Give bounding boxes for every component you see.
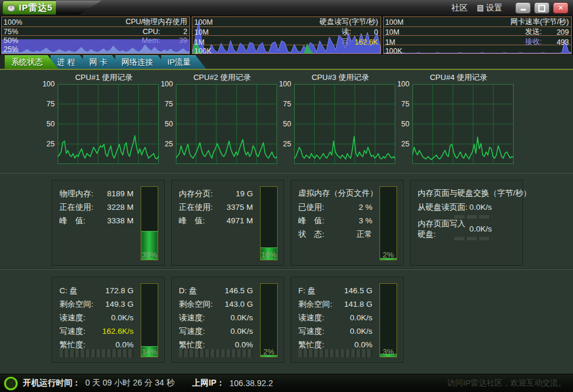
tab-system-status[interactable]: 系统状态 [5, 55, 58, 69]
usage-gauge: 39% [141, 186, 158, 260]
cpu-usage-chart [58, 84, 159, 164]
graph-stat: Mem:39 [142, 36, 187, 45]
graph-stat: 发送:209 [525, 27, 569, 37]
graph-panel-cpu-memory-usage: 100%CPU/物理内存使用75%CPU:250%Mem:3925% [1, 16, 190, 54]
row-label: 内存分页: [179, 189, 213, 199]
y-axis-tick: 25 [401, 140, 409, 148]
y-axis-tick: 50 [165, 120, 173, 128]
panel-disk-f: F: 盘146.5 G剩余空间:141.8 G读速度:0.0K/s写速度:0.0… [291, 277, 404, 363]
info-row: 状 态:正常 [298, 227, 372, 241]
y-axis-tick: 25 [165, 140, 173, 148]
info-row: 内存分页:19 G [179, 187, 253, 200]
y-axis-tick: 75 [283, 100, 291, 108]
gauge-percent-label: 16% [261, 250, 277, 259]
panel-page-swap: 内存页面与硬盘交换（字节/秒）从硬盘读页面:0.0K/s内存页面写入硬盘:0.0… [410, 180, 523, 266]
stat-label: 发送: [525, 27, 542, 37]
row-label: 已使用: [298, 202, 324, 213]
tab-ip-traffic[interactable]: IP流量 [161, 55, 206, 69]
gauge-percent-label: 39% [141, 250, 158, 259]
info-row: D: 盘146.5 G [179, 284, 253, 297]
scale-label: 50% [4, 36, 18, 45]
row-value: 8189 M [94, 189, 134, 198]
graph-panel-disk-io: 100M硬盘读写(字节/秒)10M读:01M写:162.6K100K [192, 16, 381, 54]
chart-title: CPU#3 使用记录 [278, 72, 397, 84]
disk-panels-row: C: 盘172.8 G剩余空间:149.3 G读速度:0.0K/s写速度:162… [52, 277, 404, 363]
row-value: 2 % [324, 203, 372, 212]
info-row: C: 盘172.8 G [59, 284, 134, 297]
usage-gauge: 2% [379, 186, 397, 260]
row-label: 从硬盘读页面: [418, 202, 468, 213]
info-row: 读速度:0.0K/s [298, 311, 372, 324]
row-label: 读速度: [298, 313, 324, 323]
community-hint-text: 访问IP雷达社区，欢迎互动交流。 [447, 378, 573, 388]
info-row: 写速度:0.0K/s [298, 324, 372, 338]
row-value: 0.0K/s [324, 327, 372, 336]
row-value: 141.8 G [332, 300, 372, 309]
stat-label: 写: [342, 37, 351, 47]
row-label: 剩余空间: [298, 299, 332, 310]
scale-label: 25% [4, 45, 18, 53]
y-axis-tick: 100 [161, 80, 173, 88]
row-value: 0.0% [85, 340, 134, 349]
row-label: 剩余空间: [179, 299, 213, 310]
ip-radar-window: IP雷达5 社区 设置 ✕ 100%CPU/物理内存使用75%C [0, 0, 573, 392]
stat-label: CPU: [142, 28, 160, 36]
info-row: 物理内存:8189 M [59, 187, 134, 200]
title-bar: IP雷达5 社区 设置 ✕ [0, 0, 573, 16]
cpu1-history: CPU#1 使用记录100755025 [42, 72, 160, 164]
graph-stat: CPU:2 [142, 28, 187, 36]
usage-gauge: 14% [141, 283, 158, 357]
row-label: F: 盘 [298, 286, 315, 296]
row-value: 172.8 G [78, 286, 134, 295]
row-value: 3228 M [94, 203, 134, 212]
graph-panel-nic-speed: 100M网卡速率(字节/秒)10M发送:2091M接收:493100K [383, 16, 572, 54]
tab-bar: 系统状态进 程网 卡网络连接IP流量 [0, 55, 573, 70]
ip-value: 106.38.92.2 [229, 378, 273, 388]
info-row: F: 盘146.5 G [298, 284, 372, 297]
uptime-value: 0 天 09 小时 26 分 34 秒 [85, 378, 175, 388]
row-value: 146.5 G [197, 286, 253, 295]
app-logo: IP雷达5 [2, 1, 102, 15]
top-graph-panels: 100%CPU/物理内存使用75%CPU:250%Mem:3925%100M硬盘… [0, 16, 573, 54]
row-label: 读速度: [179, 313, 205, 323]
settings-label: 设置 [486, 3, 502, 14]
row-value: 4971 M [205, 216, 253, 225]
row-label: 峰 值: [298, 216, 324, 226]
gauge-percent-label: 3% [380, 347, 397, 356]
y-axis-tick: 25 [46, 140, 55, 148]
scale-label: 100% [4, 18, 22, 26]
y-axis-tick: 50 [401, 120, 409, 128]
settings-icon [477, 5, 484, 12]
maximize-button[interactable] [534, 2, 549, 14]
graph-stat: 读:0 [342, 27, 378, 37]
panel-header: 虚拟内存（分页文件） [298, 187, 372, 200]
settings-button[interactable]: 设置 [477, 3, 502, 14]
y-axis-tick: 50 [46, 120, 55, 128]
tab-network-connections[interactable]: 网络连接 [115, 55, 169, 69]
info-row: 峰 值:3 % [298, 214, 372, 227]
graph-title: 网卡速率(字节/秒) [511, 17, 569, 27]
info-row: 峰 值:4971 M [179, 214, 253, 227]
usage-gauge: 3% [379, 283, 397, 357]
status-bar: 开机运行时间： 0 天 09 小时 26 分 34 秒 上网IP： 106.38… [0, 374, 573, 392]
memory-panels-row: 物理内存:8189 M正在使用:3228 M峰 值:3338 M39%内存分页:… [52, 180, 523, 266]
community-link[interactable]: 社区 [451, 3, 468, 14]
row-value: 0.0K/s [469, 225, 492, 233]
scale-label: 100M [194, 18, 212, 26]
stat-label: Mem: [142, 36, 160, 45]
panel-disk-c: C: 盘172.8 G剩余空间:149.3 G读速度:0.0K/s写速度:162… [52, 277, 165, 363]
scale-label: 100K [194, 47, 211, 54]
uptime-clock-icon [4, 376, 18, 391]
ip-label: 上网IP： [192, 378, 225, 388]
row-value: 0.0% [324, 340, 372, 349]
info-row: 剩余空间:149.3 G [59, 297, 134, 311]
usage-gauge: 2% [260, 283, 278, 357]
cpu2-history: CPU#2 使用记录100755025 [160, 72, 278, 164]
close-button[interactable]: ✕ [553, 2, 568, 14]
stat-value: 0 [351, 28, 378, 36]
graph-title: 硬盘读写(字节/秒) [319, 17, 378, 27]
info-row: 剩余空间:141.8 G [298, 297, 372, 311]
cpu3-history: CPU#3 使用记录100755025 [278, 72, 397, 164]
minimize-button[interactable] [515, 2, 531, 14]
stat-value: 493 [542, 38, 569, 46]
